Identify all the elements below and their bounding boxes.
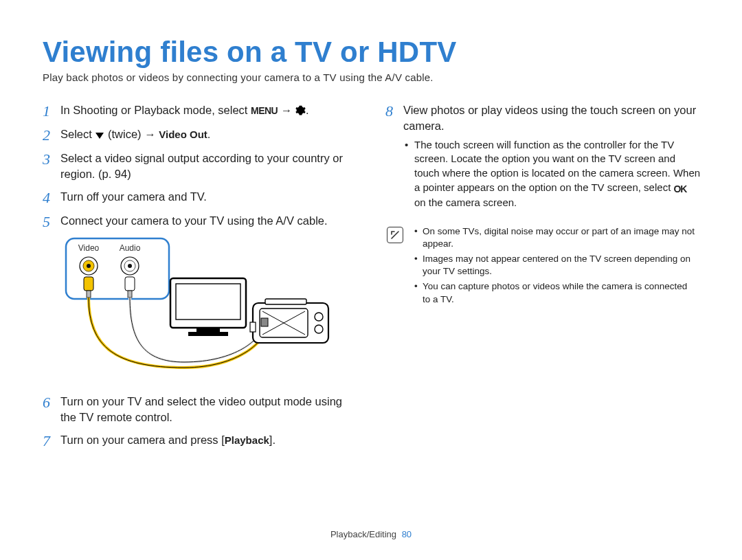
step-text: . bbox=[207, 128, 211, 140]
ok-icon: OK bbox=[673, 183, 686, 194]
svg-rect-20 bbox=[250, 322, 256, 332]
step-body: Connect your camera to your TV using the… bbox=[60, 213, 358, 229]
step-body: Select (twice) → Video Out. bbox=[60, 126, 358, 142]
av-cable-diagram: Video Audio bbox=[60, 237, 358, 385]
audio-label: Audio bbox=[120, 243, 141, 253]
svg-point-3 bbox=[87, 264, 91, 268]
step-text: ]. bbox=[269, 434, 276, 446]
step-8: 8 View photos or play videos using the t… bbox=[385, 102, 701, 212]
svg-point-18 bbox=[315, 313, 323, 321]
svg-rect-13 bbox=[196, 328, 220, 332]
note-item: On some TVs, digital noise may occur or … bbox=[423, 225, 697, 250]
step-body: Select a video signal output according t… bbox=[60, 150, 358, 182]
step-6: 6 Turn on your TV and select the video o… bbox=[43, 394, 358, 425]
footer-section: Playback/Editing bbox=[330, 529, 396, 539]
step-body: View photos or play videos using the tou… bbox=[403, 102, 701, 212]
step-body: Turn off your camera and TV. bbox=[60, 189, 358, 205]
step-body: In Shooting or Playback mode, select MEN… bbox=[60, 102, 358, 118]
sub-bullet-text: on the camera screen. bbox=[414, 197, 517, 208]
step-3: 3 Select a video signal output according… bbox=[43, 150, 358, 182]
svg-rect-8 bbox=[87, 291, 91, 298]
svg-rect-7 bbox=[84, 277, 93, 291]
page-subtitle: Play back photos or videos by connecting… bbox=[43, 71, 701, 83]
step-number: 1 bbox=[43, 102, 60, 120]
page-title: Viewing files on a TV or HDTV bbox=[43, 36, 701, 69]
step-4: 4 Turn off your camera and TV. bbox=[43, 189, 358, 206]
step-number: 5 bbox=[43, 213, 60, 230]
step-text: In Shooting or Playback mode, select bbox=[60, 104, 251, 116]
svg-point-19 bbox=[315, 325, 323, 333]
svg-rect-9 bbox=[125, 277, 135, 291]
step-text: (twice) → bbox=[104, 128, 159, 140]
step-number: 8 bbox=[385, 102, 403, 120]
note-item: You can capture photos or videos while t… bbox=[423, 280, 697, 305]
step-text: Turn on your camera and press [ bbox=[60, 434, 225, 446]
chevron-down-icon bbox=[95, 128, 104, 140]
step-number: 7 bbox=[43, 432, 60, 449]
step-number: 2 bbox=[43, 126, 60, 144]
svg-rect-17 bbox=[265, 299, 306, 304]
note-icon bbox=[387, 227, 403, 243]
step-text: Select bbox=[60, 128, 95, 140]
page-footer: Playback/Editing 80 bbox=[0, 529, 742, 539]
step-1: 1 In Shooting or Playback mode, select M… bbox=[43, 102, 358, 120]
step-5: 5 Connect your camera to your TV using t… bbox=[43, 213, 358, 230]
step-bold: Playback bbox=[225, 434, 269, 446]
step-body: Turn on your TV and select the video out… bbox=[60, 394, 358, 425]
svg-rect-12 bbox=[176, 284, 240, 320]
step-body: Turn on your camera and press [Playback]… bbox=[60, 432, 358, 448]
step-number: 6 bbox=[43, 394, 60, 411]
note-list: On some TVs, digital noise may occur or … bbox=[413, 225, 697, 309]
svg-point-6 bbox=[128, 264, 132, 268]
menu-icon: MENU bbox=[251, 105, 278, 116]
video-label: Video bbox=[78, 243, 100, 253]
step-sub-bullets: The touch screen will function as the co… bbox=[403, 138, 701, 210]
sub-bullet-text: The touch screen will function as the co… bbox=[414, 139, 700, 193]
step-bold: Video Out bbox=[159, 128, 207, 140]
svg-rect-14 bbox=[188, 332, 228, 336]
step-number: 4 bbox=[43, 189, 60, 206]
footer-page-number: 80 bbox=[402, 529, 412, 539]
step-2: 2 Select (twice) → Video Out. bbox=[43, 126, 358, 144]
step-number: 3 bbox=[43, 150, 60, 168]
gear-icon bbox=[295, 104, 306, 116]
arrow-icon: → bbox=[278, 104, 295, 116]
note-box: On some TVs, digital noise may occur or … bbox=[385, 223, 701, 311]
left-column: 1 In Shooting or Playback mode, select M… bbox=[43, 102, 358, 456]
manual-page: Viewing files on a TV or HDTV Play back … bbox=[0, 0, 742, 560]
svg-rect-10 bbox=[128, 291, 132, 298]
sub-bullet: The touch screen will function as the co… bbox=[414, 138, 701, 210]
content-columns: 1 In Shooting or Playback mode, select M… bbox=[43, 102, 701, 456]
step-text: . bbox=[306, 104, 309, 116]
right-column: 8 View photos or play videos using the t… bbox=[385, 102, 701, 456]
svg-rect-21 bbox=[261, 318, 268, 326]
step-text: View photos or play videos using the tou… bbox=[403, 104, 696, 132]
step-7: 7 Turn on your camera and press [Playbac… bbox=[43, 432, 358, 449]
note-item: Images may not appear centered on the TV… bbox=[423, 253, 697, 278]
